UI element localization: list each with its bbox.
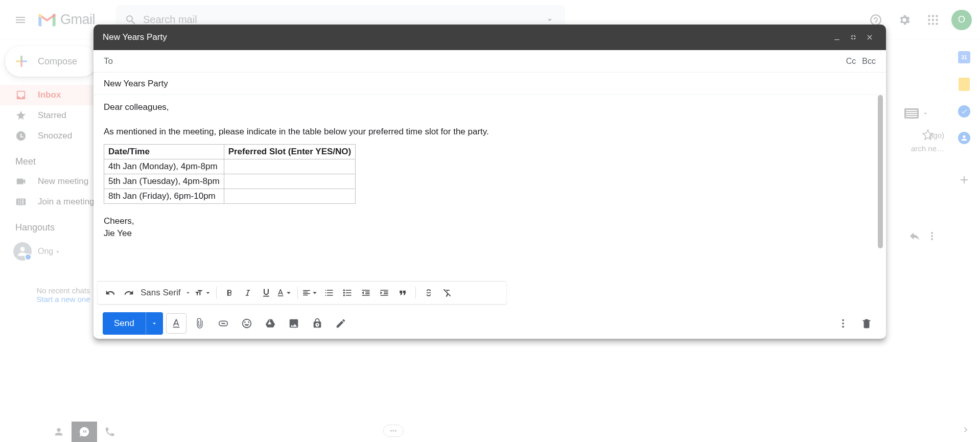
quote-icon xyxy=(398,288,408,298)
font-size-button[interactable] xyxy=(195,284,212,301)
more-options-button[interactable] xyxy=(833,313,853,334)
table-row[interactable]: 8th Jan (Friday), 6pm-10pm xyxy=(104,189,356,204)
close-button[interactable] xyxy=(862,30,877,44)
underline-icon xyxy=(261,288,271,298)
undo-button[interactable] xyxy=(102,284,119,301)
italic-button[interactable] xyxy=(239,284,256,301)
poll-table[interactable]: Date/Time Preferred Slot (Enter YES/NO) … xyxy=(104,144,356,204)
caret-down-icon xyxy=(184,289,192,296)
attach-file-button[interactable] xyxy=(190,313,210,334)
numbered-list-button[interactable] xyxy=(320,284,338,301)
compose-title: New Years Party xyxy=(103,32,167,42)
clear-format-icon xyxy=(442,288,452,298)
undo-icon xyxy=(105,288,115,298)
indent-more-button[interactable] xyxy=(376,284,393,301)
bold-icon xyxy=(224,288,235,298)
insert-emoji-button[interactable] xyxy=(237,313,257,334)
bullet-list-icon xyxy=(342,288,353,298)
fullscreen-exit-button[interactable] xyxy=(846,30,860,44)
indent-less-button[interactable] xyxy=(357,284,375,301)
redo-icon xyxy=(124,288,134,298)
pen-icon xyxy=(335,318,346,329)
body-line: Jie Yee xyxy=(104,228,876,239)
compose-window: New Years Party To Cc Bcc Dear colleague… xyxy=(94,25,886,339)
caret-down-icon xyxy=(151,320,158,327)
numbered-list-icon xyxy=(324,288,334,298)
italic-icon xyxy=(243,288,253,298)
table-header: Date/Time xyxy=(104,145,224,159)
minimize-icon xyxy=(833,33,841,41)
text-format-icon xyxy=(171,318,182,329)
caret-down-icon xyxy=(284,288,293,298)
drive-icon xyxy=(265,318,276,329)
bullet-list-button[interactable] xyxy=(339,284,356,301)
indent-increase-icon xyxy=(379,288,389,298)
strikethrough-button[interactable] xyxy=(420,284,437,301)
bold-button[interactable] xyxy=(221,284,238,301)
caret-down-icon xyxy=(310,288,319,298)
compose-body[interactable]: Dear colleagues, As mentioned in the mee… xyxy=(94,95,886,282)
send-button[interactable]: Send xyxy=(103,312,163,335)
compose-bottom-bar: Send xyxy=(94,308,886,339)
insert-signature-button[interactable] xyxy=(331,313,351,334)
discard-draft-button[interactable] xyxy=(856,313,877,334)
table-row[interactable]: 5th Jan (Tuesday), 4pm-8pm xyxy=(104,174,356,189)
body-line: As mentioned in the meeting, please indi… xyxy=(104,127,876,137)
font-selector[interactable]: Sans Serif xyxy=(138,288,194,298)
formatting-options-button[interactable] xyxy=(166,313,186,334)
redo-button[interactable] xyxy=(120,284,137,301)
trash-icon xyxy=(861,318,872,329)
svg-point-17 xyxy=(343,289,345,291)
text-size-icon xyxy=(195,288,203,298)
align-button[interactable] xyxy=(302,284,319,301)
svg-point-18 xyxy=(343,292,345,293)
table-header: Preferred Slot (Enter YES/NO) xyxy=(224,145,356,159)
close-icon xyxy=(866,33,874,41)
confidential-button[interactable] xyxy=(307,313,328,334)
quote-button[interactable] xyxy=(394,284,411,301)
body-line: Dear colleagues, xyxy=(104,102,876,112)
indent-decrease-icon xyxy=(361,288,371,298)
subject-row[interactable] xyxy=(94,73,886,95)
cc-toggle[interactable]: Cc xyxy=(846,57,856,66)
image-icon xyxy=(288,318,299,329)
bcc-toggle[interactable]: Bcc xyxy=(862,57,876,66)
minimize-button[interactable] xyxy=(830,30,844,44)
paperclip-icon xyxy=(194,318,205,329)
lock-clock-icon xyxy=(312,318,323,329)
to-row[interactable]: To Cc Bcc xyxy=(94,50,886,73)
compose-header[interactable]: New Years Party xyxy=(94,25,886,50)
body-line: Cheers, xyxy=(104,216,876,226)
remove-formatting-button[interactable] xyxy=(438,284,456,301)
table-row[interactable]: 4th Jan (Monday), 4pm-8pm xyxy=(104,159,356,174)
svg-point-19 xyxy=(343,294,345,296)
send-options-button[interactable] xyxy=(146,312,163,335)
svg-point-22 xyxy=(842,326,844,328)
insert-link-button[interactable] xyxy=(213,313,234,334)
caret-down-icon xyxy=(204,288,212,298)
strikethrough-icon xyxy=(424,288,434,298)
more-vert-icon xyxy=(837,318,849,329)
insert-photo-button[interactable] xyxy=(284,313,304,334)
formatting-toolbar: Sans Serif xyxy=(98,282,506,304)
underline-button[interactable] xyxy=(258,284,275,301)
body-scrollbar[interactable] xyxy=(878,95,883,248)
to-label: To xyxy=(104,56,113,66)
text-color-button[interactable] xyxy=(276,284,293,301)
link-icon xyxy=(218,318,229,329)
fullscreen-exit-icon xyxy=(849,33,857,41)
insert-drive-button[interactable] xyxy=(260,313,281,334)
subject-input[interactable] xyxy=(104,79,876,89)
svg-point-21 xyxy=(842,322,844,324)
emoji-icon xyxy=(241,318,252,329)
svg-point-20 xyxy=(842,319,844,321)
